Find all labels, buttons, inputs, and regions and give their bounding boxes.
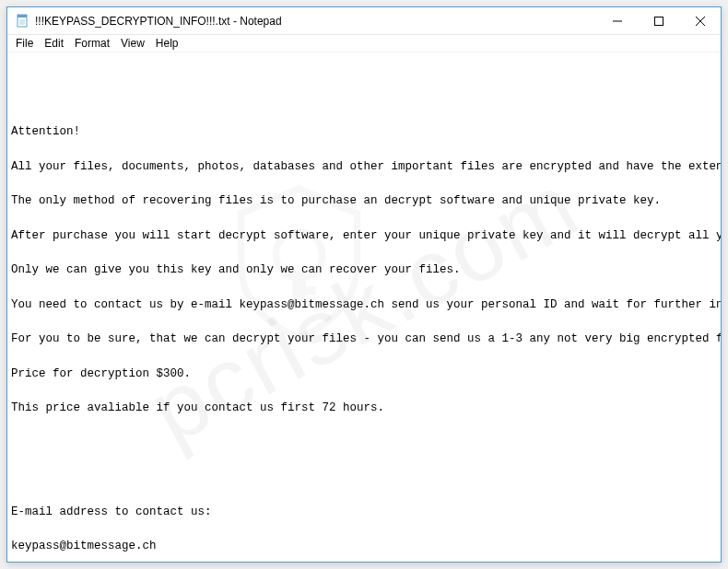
text-line [11, 279, 717, 296]
text-line: This price avaliable if you contact us f… [11, 400, 717, 417]
text-line [11, 141, 717, 158]
text-line: keypass@bitmessage.ch [11, 538, 717, 555]
notepad-icon [15, 14, 29, 29]
titlebar: !!!KEYPASS_DECRYPTION_INFO!!!.txt - Note… [7, 7, 721, 35]
close-button[interactable] [679, 7, 721, 34]
text-line: E-mail address to contact us: [11, 504, 717, 521]
menubar: File Edit Format View Help [7, 35, 721, 52]
title-left: !!!KEYPASS_DECRYPTION_INFO!!!.txt - Note… [7, 14, 596, 29]
text-line [11, 348, 717, 366]
minimize-button[interactable] [596, 7, 638, 34]
text-line: Attention! [11, 123, 717, 141]
text-line [11, 417, 717, 435]
text-line [11, 486, 717, 504]
text-line [11, 244, 717, 261]
window-controls [596, 7, 721, 34]
text-line: For you to be sure, that we can decrypt … [11, 331, 717, 348]
text-line [11, 435, 717, 452]
window-title: !!!KEYPASS_DECRYPTION_INFO!!!.txt - Note… [35, 15, 282, 28]
text-line [11, 451, 717, 469]
text-line: The only method of recovering files is t… [11, 192, 717, 210]
notepad-window: !!!KEYPASS_DECRYPTION_INFO!!!.txt - Note… [6, 6, 722, 563]
text-line [11, 382, 717, 400]
svg-rect-1 [18, 15, 27, 17]
menu-view[interactable]: View [116, 36, 149, 51]
text-line [11, 469, 717, 486]
menu-help[interactable]: Help [151, 36, 183, 51]
text-line: Only we can give you this key and only w… [11, 261, 717, 279]
text-line [11, 555, 717, 562]
text-line [11, 210, 717, 227]
text-line: You need to contact us by e-mail keypass… [11, 296, 717, 314]
maximize-button[interactable] [638, 7, 679, 34]
menu-file[interactable]: File [11, 36, 38, 51]
menu-edit[interactable]: Edit [40, 36, 68, 51]
text-line: After purchase you will start decrypt so… [11, 227, 717, 245]
text-line [11, 520, 717, 538]
menu-format[interactable]: Format [70, 36, 114, 51]
svg-rect-6 [654, 17, 663, 25]
text-line [11, 313, 717, 331]
text-line [11, 175, 717, 192]
text-line: Price for decryption $300. [11, 366, 717, 383]
text-line: All your files, documents, photos, datab… [11, 158, 717, 176]
text-content-area[interactable]: pcrisk.com Attention! All your files, do… [7, 52, 721, 562]
